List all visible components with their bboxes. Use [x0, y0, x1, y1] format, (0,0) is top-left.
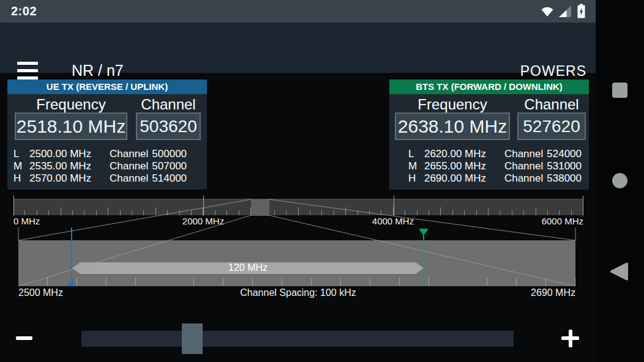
table-row: H 2570.00 MHz Channel 514000	[13, 172, 200, 185]
band-detail-bar[interactable]	[18, 240, 575, 286]
overview-medium-ticks	[13, 207, 583, 215]
uplink-channel-label: Channel	[136, 96, 201, 113]
downlink-channel-label: Channel	[517, 96, 586, 113]
battery-charging-icon	[577, 4, 586, 19]
zoom-in-button[interactable]	[559, 327, 583, 349]
spectrum-overview-bar[interactable]	[13, 199, 583, 215]
downlink-lmh-table: L 2620.00 MHz Channel 524000 M 2655.00 M…	[395, 148, 582, 185]
uplink-frequency-label: Frequency	[15, 96, 127, 113]
back-triangle-icon[interactable]	[610, 262, 628, 281]
powers-button[interactable]: POWERS	[520, 63, 586, 79]
home-circle-icon[interactable]	[612, 173, 627, 188]
uplink-lmh-table: L 2500.00 MHz Channel 500000 M 2535.00 M…	[13, 148, 200, 185]
downlink-panel: BTS TX (FORWARD / DOWNLINK) Frequency Ch…	[389, 79, 589, 190]
status-bar: 2:02	[0, 0, 596, 23]
downlink-frequency-field[interactable]: 2638.10 MHz	[395, 113, 510, 140]
band-end-label: 2690 MHz	[484, 287, 575, 298]
downlink-channel-field[interactable]: 527620	[517, 113, 586, 140]
uplink-channel-field[interactable]: 503620	[136, 113, 201, 140]
zoom-slider-thumb[interactable]	[182, 323, 203, 354]
overview-tick-label: 6000 MHz	[522, 216, 583, 226]
clock: 2:02	[11, 4, 37, 18]
zoom-slider-track[interactable]	[81, 331, 514, 347]
table-row: L 2620.00 MHz Channel 524000	[395, 148, 582, 160]
uplink-frequency-marker[interactable]	[71, 227, 72, 286]
table-row: M 2655.00 MHz Channel 531000	[395, 160, 582, 172]
overview-band-highlight[interactable]	[251, 199, 269, 216]
bandwidth-label: 120 MHz	[202, 262, 294, 273]
band-start-label: 2500 MHz	[18, 287, 63, 298]
hamburger-menu-icon[interactable]	[17, 62, 38, 79]
app-bar: NR / n7 POWERS	[0, 23, 596, 73]
recents-square-icon[interactable]	[612, 83, 627, 98]
overview-tick-label: 4000 MHz	[362, 216, 424, 226]
band-ticks	[18, 278, 575, 286]
downlink-frequency-marker[interactable]	[423, 235, 424, 286]
zoom-out-button[interactable]	[13, 327, 38, 349]
channel-spacing-label: Channel Spacing: 100 kHz	[176, 287, 421, 298]
android-nav-bar	[596, 0, 644, 362]
wifi-icon	[541, 5, 554, 18]
page-title: NR / n7	[72, 62, 124, 79]
overview-tick-label: 2000 MHz	[173, 216, 234, 226]
app-screen: 2:02 NR / n7 POWERS UE TX (REVERSE / UPL…	[0, 0, 644, 362]
downlink-marker-triangle	[419, 229, 429, 235]
table-row: L 2500.00 MHz Channel 500000	[13, 148, 200, 160]
table-row: H 2690.00 MHz Channel 538000	[395, 172, 582, 185]
uplink-frequency-field[interactable]: 2518.10 MHz	[15, 113, 127, 140]
signal-icon	[559, 5, 572, 18]
uplink-panel: UE TX (REVERSE / UPLINK) Frequency Chann…	[7, 79, 207, 190]
uplink-marker-triangle	[67, 278, 77, 286]
minus-icon	[16, 336, 32, 340]
downlink-panel-header: BTS TX (FORWARD / DOWNLINK)	[389, 79, 589, 94]
overview-tick-label: 0 MHz	[13, 216, 40, 226]
table-row: M 2535.00 MHz Channel 507000	[13, 160, 200, 172]
uplink-panel-header: UE TX (REVERSE / UPLINK)	[7, 79, 207, 94]
downlink-frequency-label: Frequency	[395, 96, 510, 113]
